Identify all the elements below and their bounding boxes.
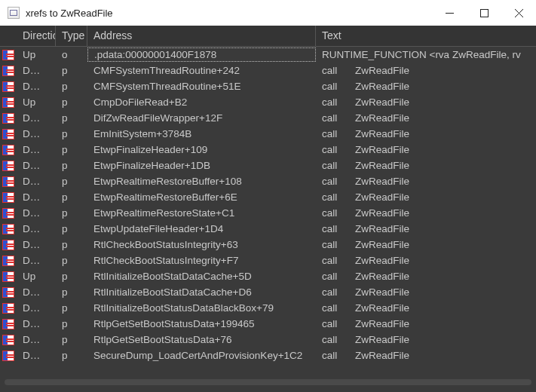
cell-address: EtwpUpdateFileHeader+1D4 xyxy=(87,223,316,234)
cell-direction: Up xyxy=(17,271,56,282)
cell-direction: D… xyxy=(17,191,56,203)
xref-row[interactable]: D…pRtlCheckBootStatusIntegrity+F7callZwR… xyxy=(0,253,536,268)
xref-icon xyxy=(0,268,17,284)
cell-type: p xyxy=(56,334,87,345)
cell-address: .pdata:00000001400F1878 xyxy=(87,47,316,62)
cell-instr: call xyxy=(322,191,355,203)
cell-target: ZwReadFile xyxy=(355,223,409,234)
cell-direction: D… xyxy=(17,286,56,298)
cell-target: ZwReadFile xyxy=(355,207,409,219)
cell-type: p xyxy=(56,318,87,329)
cell-target: ZwReadFile xyxy=(355,96,409,108)
column-header-type[interactable]: Type xyxy=(56,26,87,47)
svg-rect-1 xyxy=(480,9,488,17)
cell-text: callZwReadFile xyxy=(316,255,536,266)
cell-type: p xyxy=(56,144,87,155)
xref-row[interactable]: Upo.pdata:00000001400F1878RUNTIME_FUNCTI… xyxy=(0,47,536,63)
xref-icon xyxy=(0,348,17,363)
xref-row[interactable]: D…pEtwpRealtimeRestoreState+C1callZwRead… xyxy=(0,205,536,221)
close-button[interactable] xyxy=(501,0,536,26)
xref-row[interactable]: UppRtlInitializeBootStatDataCache+5Dcall… xyxy=(0,268,536,284)
xref-row[interactable]: D…pEtwpRealtimeRestoreBuffer+108callZwRe… xyxy=(0,173,536,189)
cell-text: callZwReadFile xyxy=(316,334,536,345)
cell-address: EmInitSystem+3784B xyxy=(87,128,316,139)
xref-row[interactable]: D…pRtlInitializeBootStatDataCache+D6call… xyxy=(0,284,536,300)
xref-row[interactable]: D…pEtwpRealtimeRestoreBuffer+6EcallZwRea… xyxy=(0,189,536,205)
cell-type: p xyxy=(56,302,87,314)
titlebar[interactable]: xrefs to ZwReadFile xyxy=(0,0,536,26)
cell-type: p xyxy=(56,112,87,124)
horizontal-scrollbar[interactable] xyxy=(5,377,531,387)
cell-target: ZwReadFile xyxy=(355,128,409,139)
cell-type: p xyxy=(56,239,87,250)
xref-row[interactable]: D…pCMFSystemThreadRoutine+51EcallZwReadF… xyxy=(0,78,536,94)
cell-direction: D… xyxy=(17,65,56,76)
xref-icon xyxy=(0,126,17,142)
cell-address: CmpDoFileRead+B2 xyxy=(87,96,316,108)
xref-row[interactable]: UppCmpDoFileRead+B2callZwReadFile xyxy=(0,94,536,110)
xref-row[interactable]: D…pEtwpFinalizeHeader+1DBcallZwReadFile xyxy=(0,158,536,173)
cell-direction: D… xyxy=(17,81,56,92)
cell-text: callZwReadFile xyxy=(316,112,536,124)
column-header-icon[interactable] xyxy=(0,26,17,47)
xref-row[interactable]: D…pCMFSystemThreadRoutine+242callZwReadF… xyxy=(0,63,536,78)
xref-row[interactable]: D…pEmInitSystem+3784BcallZwReadFile xyxy=(0,126,536,142)
cell-text: callZwReadFile xyxy=(316,318,536,329)
cell-direction: D… xyxy=(17,144,56,155)
column-header-address[interactable]: Address xyxy=(87,26,316,47)
xref-row[interactable]: D…pRtlpGetSetBootStatusData+199465callZw… xyxy=(0,316,536,332)
maximize-button[interactable] xyxy=(467,0,501,26)
cell-instr: call xyxy=(322,255,355,266)
cell-target: ZwReadFile xyxy=(355,286,409,298)
window-title: xrefs to ZwReadFile xyxy=(26,8,113,19)
cell-target: ZwReadFile xyxy=(355,255,409,266)
cell-type: p xyxy=(56,176,87,187)
cell-instr: call xyxy=(322,144,355,155)
xref-icon xyxy=(0,253,17,268)
cell-instr: call xyxy=(322,334,355,345)
cell-type: p xyxy=(56,207,87,219)
cell-text: RUNTIME_FUNCTION <rva ZwReadFile, rv xyxy=(316,49,536,60)
cell-instr: call xyxy=(322,207,355,219)
cell-target: ZwReadFile xyxy=(355,176,409,187)
xref-icon xyxy=(0,284,17,300)
xref-icon xyxy=(0,173,17,189)
xref-icon xyxy=(0,94,17,110)
cell-target: ZwReadFile xyxy=(355,160,409,171)
cell-target: ZwReadFile xyxy=(355,65,409,76)
xref-row[interactable]: D…pRtlpGetSetBootStatusData+76callZwRead… xyxy=(0,332,536,348)
cell-instr: call xyxy=(322,239,355,250)
cell-target: ZwReadFile xyxy=(355,334,409,345)
cell-target: ZwReadFile xyxy=(355,239,409,250)
xref-row[interactable]: D…pRtlCheckBootStatusIntegrity+63callZwR… xyxy=(0,237,536,253)
cell-text: callZwReadFile xyxy=(316,191,536,203)
cell-direction: D… xyxy=(17,112,56,124)
cell-type: p xyxy=(56,65,87,76)
cell-type: o xyxy=(56,49,87,60)
xref-icon xyxy=(0,110,17,126)
minimize-button[interactable] xyxy=(432,0,467,26)
xref-row[interactable]: D…pSecureDump_LoadCertAndProvisionKey+1C… xyxy=(0,348,536,363)
xref-icon xyxy=(0,47,17,63)
cell-instr: call xyxy=(322,271,355,282)
cell-type: p xyxy=(56,191,87,203)
cell-address: EtwpRealtimeRestoreState+C1 xyxy=(87,207,316,219)
cell-type: p xyxy=(56,223,87,234)
xref-row[interactable]: D…pRtlInitializeBootStatusDataBlackBox+7… xyxy=(0,300,536,316)
cell-direction: D… xyxy=(17,239,56,250)
cell-text: callZwReadFile xyxy=(316,239,536,250)
xref-row[interactable]: D…pEtwpFinalizeHeader+109callZwReadFile xyxy=(0,142,536,158)
xref-icon xyxy=(0,332,17,348)
xref-icon xyxy=(0,316,17,332)
cell-address: RtlpGetSetBootStatusData+199465 xyxy=(87,318,316,329)
column-header-direction[interactable]: Directio xyxy=(17,26,56,47)
cell-direction: D… xyxy=(17,350,56,361)
cell-direction: Up xyxy=(17,96,56,108)
cell-text: callZwReadFile xyxy=(316,286,536,298)
cell-direction: D… xyxy=(17,334,56,345)
xref-row[interactable]: D…pDifZwReadFileWrapper+12FcallZwReadFil… xyxy=(0,110,536,126)
xref-icon xyxy=(0,189,17,205)
xref-icon xyxy=(0,63,17,78)
column-header-text[interactable]: Text xyxy=(316,26,536,47)
xref-row[interactable]: D…pEtwpUpdateFileHeader+1D4callZwReadFil… xyxy=(0,221,536,237)
